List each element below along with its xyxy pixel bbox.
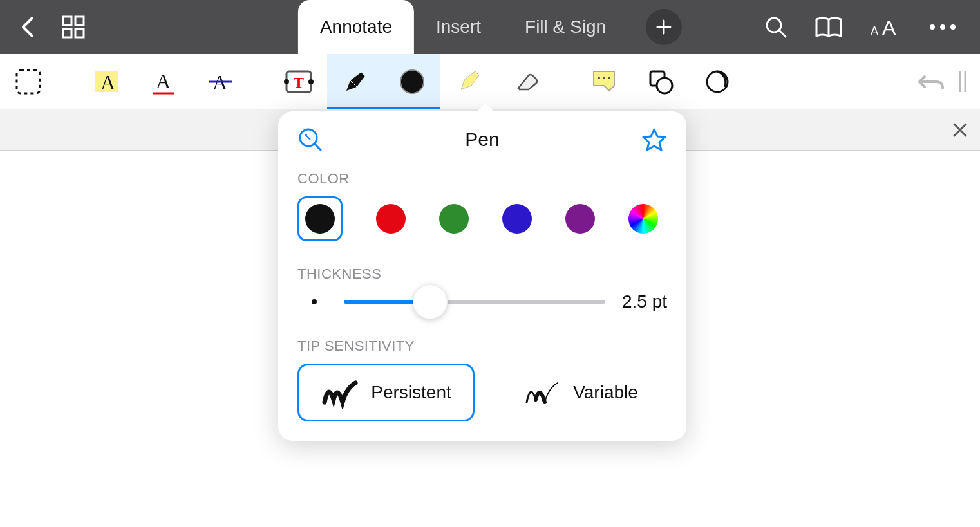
thickness-slider[interactable] — [344, 300, 605, 304]
scribble-thick-icon — [321, 376, 359, 409]
tip-variable-button[interactable]: Variable — [494, 364, 667, 421]
svg-point-7 — [930, 24, 935, 30]
ellipsis-icon — [928, 23, 957, 31]
more-button[interactable] — [928, 23, 957, 31]
color-swatch-green[interactable] — [439, 204, 469, 234]
svg-point-8 — [940, 24, 945, 30]
svg-point-9 — [950, 24, 956, 30]
shapes-icon — [646, 69, 675, 95]
app-topbar: Annotate Insert Fill & Sign AA — [0, 0, 980, 54]
color-swatch-custom[interactable] — [628, 204, 658, 234]
favorite-button[interactable] — [641, 127, 667, 153]
svg-text:A: A — [156, 69, 171, 93]
svg-point-19 — [308, 79, 314, 84]
svg-point-24 — [608, 77, 610, 79]
tip-variable-label: Variable — [573, 382, 638, 403]
color-swatch-black[interactable] — [297, 196, 343, 241]
svg-text:T: T — [294, 74, 304, 91]
svg-point-22 — [598, 77, 600, 79]
svg-rect-2 — [63, 29, 71, 37]
tool-pen[interactable] — [327, 54, 384, 109]
tool-selection[interactable] — [0, 54, 57, 109]
tab-fill-sign[interactable]: Fill & Sign — [503, 0, 628, 54]
tool-underline-text[interactable]: A — [135, 54, 192, 109]
toolbar-drag-handle[interactable] — [957, 69, 968, 95]
tool-pen-color[interactable] — [384, 54, 440, 109]
svg-point-26 — [657, 78, 672, 93]
popover-header: Pen — [297, 127, 667, 153]
book-icon — [814, 15, 843, 39]
strikethrough-text-icon: A — [206, 68, 234, 96]
text-box-icon: T — [283, 68, 315, 96]
close-button[interactable] — [952, 122, 968, 138]
svg-rect-1 — [75, 17, 84, 25]
close-icon — [952, 122, 968, 138]
tip-section-label: TIP SENSITIVITY — [297, 338, 667, 355]
search-icon — [764, 15, 788, 39]
mode-tabs: Annotate Insert Fill & Sign — [298, 0, 682, 54]
svg-rect-10 — [17, 70, 40, 93]
tool-sticky-note[interactable] — [576, 54, 632, 109]
color-swatches — [297, 196, 667, 241]
grid-icon — [61, 14, 86, 40]
pen-icon — [341, 68, 370, 96]
svg-text:A: A — [100, 71, 115, 94]
tool-text-box[interactable]: T — [270, 54, 327, 109]
svg-point-31 — [305, 134, 307, 136]
tab-insert[interactable]: Insert — [414, 0, 503, 54]
topbar-right: AA — [764, 15, 980, 39]
sticky-note-icon — [590, 69, 618, 95]
color-swatch-blue[interactable] — [502, 204, 532, 234]
search-button[interactable] — [764, 15, 788, 39]
plus-icon — [655, 19, 672, 35]
topbar-left — [0, 14, 86, 40]
tool-strikethrough-text[interactable]: A — [192, 54, 249, 109]
text-size-button[interactable]: AA — [869, 15, 903, 39]
magnifier-ink-icon — [297, 127, 323, 153]
color-section-label: COLOR — [297, 171, 667, 187]
thickness-min-indicator — [312, 299, 317, 304]
star-icon — [641, 127, 667, 153]
freehand-highlighter-icon — [455, 68, 483, 96]
chevron-left-icon — [19, 15, 35, 39]
svg-text:A: A — [882, 16, 896, 39]
selection-dashed-icon — [14, 68, 42, 96]
color-swatch-red[interactable] — [376, 204, 406, 234]
highlight-text-icon: A — [93, 68, 121, 96]
svg-rect-3 — [75, 29, 84, 37]
svg-text:A: A — [871, 24, 878, 37]
svg-point-23 — [603, 77, 605, 79]
color-swatch-purple[interactable] — [565, 204, 595, 234]
drag-handle-icon — [957, 69, 968, 95]
svg-point-21 — [400, 70, 424, 93]
tool-eraser[interactable] — [497, 54, 554, 109]
tip-persistent-button[interactable]: Persistent — [297, 364, 475, 421]
reader-view-button[interactable] — [814, 15, 843, 39]
svg-point-27 — [707, 71, 728, 92]
tool-highlight-text[interactable]: A — [79, 54, 135, 109]
scribble-variable-icon — [523, 376, 561, 409]
tool-stamp[interactable] — [689, 54, 746, 109]
thickness-slider-handle[interactable] — [413, 284, 448, 319]
tool-freehand-highlighter[interactable] — [440, 54, 497, 109]
library-button[interactable] — [61, 14, 86, 40]
text-size-icon: AA — [869, 15, 903, 39]
tab-annotate[interactable]: Annotate — [298, 0, 414, 54]
svg-point-18 — [284, 79, 289, 84]
color-circle-icon — [398, 68, 426, 96]
underline-text-icon: A — [149, 68, 178, 96]
toolbar-right — [917, 69, 980, 95]
back-button[interactable] — [19, 15, 35, 39]
zoom-inspect-button[interactable] — [297, 127, 323, 153]
svg-rect-0 — [63, 17, 71, 25]
pen-popover: Pen COLOR THICKNESS 2.5 pt TIP SENSITIVI… — [278, 111, 686, 441]
tip-sensitivity-row: Persistent Variable — [297, 364, 667, 421]
stamp-icon — [704, 69, 730, 95]
tool-shapes[interactable] — [632, 54, 689, 109]
toolbar-tools: A A A T — [0, 54, 746, 109]
eraser-icon — [511, 70, 540, 93]
undo-button[interactable] — [917, 71, 945, 92]
tip-persistent-label: Persistent — [371, 382, 451, 403]
add-tab-button[interactable] — [646, 9, 682, 45]
thickness-row: 2.5 pt — [297, 291, 667, 312]
